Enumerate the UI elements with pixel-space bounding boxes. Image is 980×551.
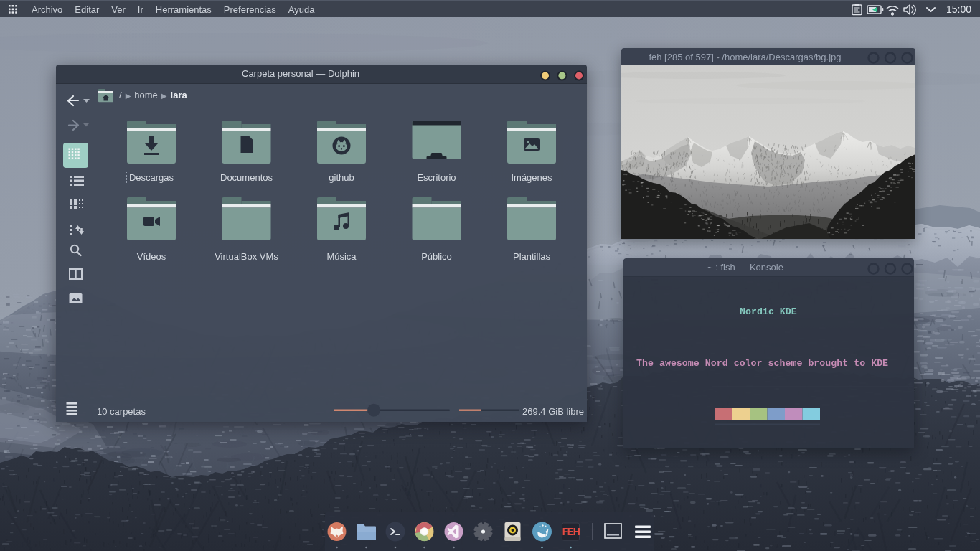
svg-text:FEH: FEH: [562, 526, 580, 537]
